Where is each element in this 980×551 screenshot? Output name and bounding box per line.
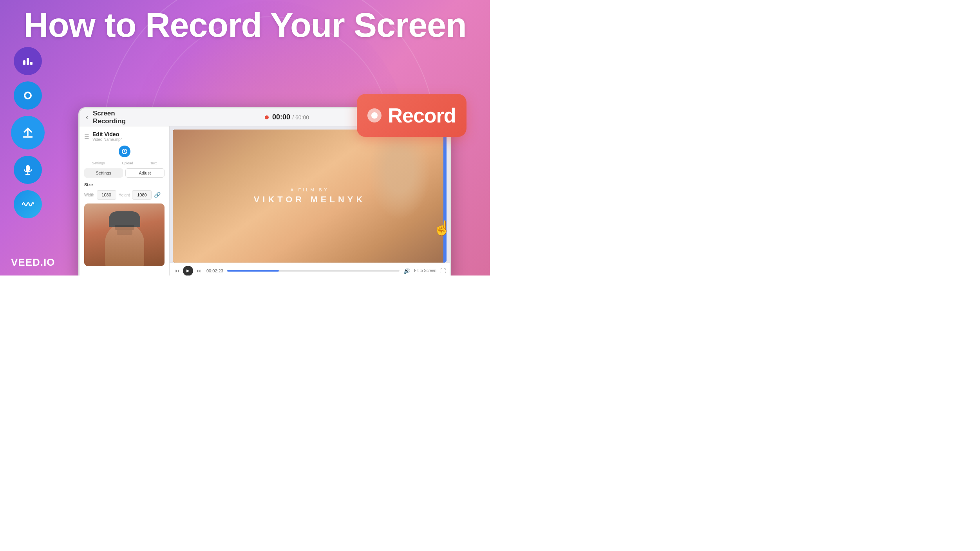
record-button-dot	[367, 108, 382, 122]
edit-panel-header: ☰ Edit Video Video Name.mp4	[84, 131, 165, 142]
skip-forward-button[interactable]: ⏭	[195, 267, 203, 274]
brand-logo: VEED.IO	[11, 256, 55, 268]
fit-screen-button[interactable]: Fit to Screen	[414, 268, 436, 273]
playback-bar: ⏮ ▶ ⏭ 00:02:23 🔊 Fit to Screen ⛶	[170, 263, 450, 276]
svg-rect-0	[23, 60, 25, 65]
timer-total: / 60:00	[292, 114, 309, 121]
svg-point-4	[25, 93, 30, 98]
skip-back-button[interactable]: ⏮	[174, 267, 181, 274]
chart-icon[interactable]	[14, 47, 42, 75]
btn-row: Settings Adjust	[84, 168, 165, 178]
device-content: ☰ Edit Video Video Name.mp4 Settings Upl…	[80, 126, 450, 276]
svg-rect-2	[30, 62, 33, 65]
back-button[interactable]: ‹	[86, 113, 88, 121]
record-label: Record	[388, 104, 456, 127]
edit-panel-subtitle: Video Name.mp4	[92, 137, 123, 142]
link-icon: 🔗	[154, 192, 161, 198]
upload-label: Upload	[122, 161, 133, 165]
size-label: Size	[84, 182, 165, 187]
edit-panel: ☰ Edit Video Video Name.mp4 Settings Upl…	[80, 126, 170, 276]
settings-label: Settings	[92, 161, 105, 165]
text-label: Text	[150, 161, 157, 165]
edit-panel-title: Edit Video	[92, 131, 123, 137]
expand-button[interactable]: ⛶	[440, 268, 446, 274]
size-row: Width Height 🔗	[84, 190, 165, 200]
play-controls: ⏮ ▶ ⏭	[174, 266, 203, 276]
progress-fill	[227, 270, 279, 272]
svg-rect-1	[27, 58, 29, 65]
adjust-button[interactable]: Adjust	[125, 168, 165, 178]
settings-button[interactable]: Settings	[84, 168, 123, 178]
background: How to Record Your Screen VEED.IO	[0, 0, 490, 276]
hamburger-icon[interactable]: ☰	[84, 133, 89, 140]
height-input[interactable]	[132, 190, 152, 200]
main-title: How to Record Your Screen	[0, 7, 490, 43]
cursor-icon: ☝	[433, 220, 451, 236]
video-right-bar	[443, 130, 447, 263]
video-preview: A FILM BY VIKTOR MELNYK	[173, 130, 447, 263]
film-still: A FILM BY VIKTOR MELNYK	[173, 130, 447, 263]
record-button[interactable]: Record	[357, 94, 466, 137]
film-text-large: VIKTOR MELNYK	[254, 194, 366, 205]
main-content-area: A FILM BY VIKTOR MELNYK ⏮ ▶ ⏭ 00:02:23	[170, 126, 450, 276]
upload-icon[interactable]	[11, 116, 45, 149]
screen-recording-title: Screen Recording	[93, 110, 126, 125]
record-dot-inner	[371, 112, 378, 119]
waveform-icon[interactable]	[14, 190, 42, 218]
height-label: Height	[119, 193, 130, 197]
edit-icon	[119, 146, 130, 157]
playback-timestamp: 00:02:23	[206, 268, 223, 273]
rec-dot	[265, 115, 269, 119]
width-label: Width	[84, 193, 94, 197]
film-text-small: A FILM BY	[254, 187, 366, 192]
width-input[interactable]	[97, 190, 116, 200]
record-circle-icon[interactable]	[14, 81, 42, 110]
sidebar-icons	[11, 47, 45, 218]
mic-icon[interactable]	[14, 156, 42, 184]
progress-track[interactable]	[227, 270, 400, 272]
volume-icon[interactable]: 🔊	[403, 268, 410, 274]
webcam-thumbnail	[84, 203, 165, 266]
play-button[interactable]: ▶	[183, 266, 193, 276]
svg-rect-5	[26, 165, 30, 171]
